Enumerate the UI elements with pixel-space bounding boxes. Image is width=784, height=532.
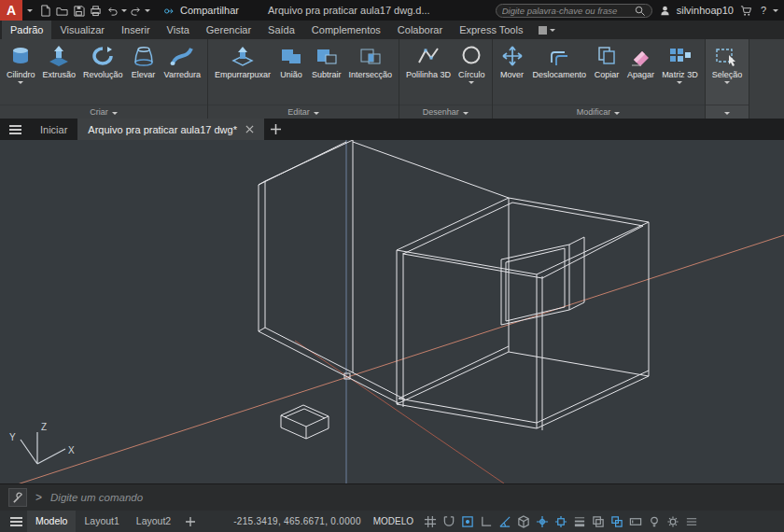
- undo-caret-icon[interactable]: [121, 9, 127, 12]
- ribbon-tab-bar: Padrão Visualizar Inserir Vista Gerencia…: [0, 21, 784, 39]
- panel-title-desenhar[interactable]: Desenhar: [399, 105, 492, 119]
- array3d-button[interactable]: Matriz 3D: [658, 43, 702, 85]
- panel-title-modificar[interactable]: Modificar: [493, 105, 705, 119]
- app-store-cart-icon[interactable]: [738, 3, 754, 19]
- offset-icon: [546, 44, 572, 68]
- command-line[interactable]: > Digite um comando: [0, 483, 784, 511]
- help-icon[interactable]: ?: [759, 5, 768, 16]
- file-tab-iniciar[interactable]: Iniciar: [30, 119, 77, 140]
- sweep-button[interactable]: Varredura: [161, 43, 204, 80]
- ribbon-tab-express-tools[interactable]: Express Tools: [451, 21, 531, 39]
- ribbon-tab-inserir[interactable]: Inserir: [113, 21, 159, 39]
- panel-criar-caret-icon: [112, 112, 118, 115]
- revolve-button[interactable]: Revolução: [79, 43, 127, 80]
- ribbon-tab-saida[interactable]: Saída: [259, 21, 303, 39]
- plus-icon: [271, 124, 281, 134]
- subtract-button[interactable]: Subtrair: [308, 43, 345, 80]
- new-file-icon[interactable]: [37, 3, 53, 19]
- ribbon-tab-colaborar[interactable]: Colaborar: [389, 21, 451, 39]
- app-menu-caret-icon[interactable]: [27, 9, 33, 12]
- object-snap-icon[interactable]: [552, 512, 570, 531]
- object-snap-tracking-icon[interactable]: [533, 512, 552, 531]
- command-customize-button[interactable]: [8, 488, 27, 507]
- circle-button[interactable]: Círculo: [455, 43, 489, 85]
- ribbon: Cilindro Extrusão Revolução Elevar: [0, 39, 784, 119]
- isodraft-icon[interactable]: [514, 512, 533, 531]
- close-tab-icon[interactable]: [245, 124, 254, 135]
- ribbon-clipped-panel: [749, 39, 784, 119]
- erase-button[interactable]: Apagar: [623, 43, 658, 80]
- redo-caret-icon[interactable]: [145, 9, 150, 12]
- ucs-x-label: X: [68, 445, 75, 455]
- save-icon[interactable]: [71, 3, 87, 19]
- layout-menu-button[interactable]: [5, 515, 27, 528]
- layout-tab-modelo[interactable]: Modelo: [27, 511, 76, 532]
- cylinder-button[interactable]: Cilindro: [3, 43, 39, 85]
- copy-button[interactable]: Copiar: [590, 43, 623, 80]
- autocad-logo[interactable]: A: [0, 0, 22, 21]
- search-input[interactable]: Digite palavra-chave ou frase: [496, 4, 652, 18]
- model-space-viewport[interactable]: Y Z X: [0, 140, 784, 483]
- grid-icon[interactable]: [421, 512, 440, 531]
- selection-cycling-icon[interactable]: [608, 512, 626, 531]
- ribbon-panel-editar: Empurrarpuxar União Subtrair Intersecção…: [208, 39, 399, 119]
- transparency-icon[interactable]: [589, 512, 608, 531]
- lineweight-icon[interactable]: [570, 512, 589, 531]
- panel-title-criar[interactable]: Criar: [0, 105, 207, 119]
- autocad-window: A Compartilhar Arquivo pra praticar aula…: [0, 0, 784, 532]
- model-paper-toggle[interactable]: MODELO: [373, 516, 413, 526]
- offset-button[interactable]: Deslocamento: [529, 43, 591, 80]
- new-layout-button[interactable]: [179, 517, 202, 526]
- union-button[interactable]: União: [274, 43, 308, 80]
- ribbon-tab-visualizar[interactable]: Visualizar: [51, 21, 113, 39]
- ribbon-tab-vista[interactable]: Vista: [159, 21, 198, 39]
- infer-constraints-icon[interactable]: [458, 512, 477, 531]
- snap-icon[interactable]: [440, 512, 458, 531]
- polyline3d-button[interactable]: Polilinha 3D: [402, 43, 455, 80]
- panel-modificar-caret-icon: [614, 112, 620, 115]
- file-tabs-menu-button[interactable]: [0, 119, 30, 140]
- circle-caret-icon[interactable]: [469, 81, 474, 84]
- plot-icon[interactable]: [88, 3, 104, 19]
- help-caret-icon[interactable]: [773, 9, 778, 12]
- selection-caret-icon[interactable]: [724, 81, 730, 84]
- account-menu[interactable]: silvinhoap10: [657, 3, 734, 19]
- layout-tab-layout1[interactable]: Layout1: [76, 511, 127, 532]
- file-tab-active-drawing[interactable]: Arquivo pra praticar aula17 dwg*: [77, 119, 264, 140]
- array3d-caret-icon[interactable]: [677, 81, 682, 84]
- polar-tracking-icon[interactable]: [496, 512, 514, 531]
- ucs-y-label: Y: [9, 432, 16, 442]
- command-prompt-symbol: >: [35, 491, 42, 504]
- selection-button[interactable]: Seleção: [708, 43, 747, 85]
- dynamic-input-icon[interactable]: [626, 512, 645, 531]
- customization-icon[interactable]: [682, 512, 701, 531]
- redo-icon[interactable]: [128, 3, 144, 19]
- intersect-button[interactable]: Intersecção: [344, 43, 396, 80]
- new-drawing-tab-button[interactable]: [264, 119, 288, 140]
- ribbon-tab-complementos[interactable]: Complementos: [303, 21, 389, 39]
- wrench-icon: [12, 492, 24, 504]
- layout-tab-layout2[interactable]: Layout2: [128, 511, 179, 532]
- annotation-visibility-icon[interactable]: [645, 512, 664, 531]
- array3d-icon: [666, 44, 693, 68]
- ribbon-tab-padrao[interactable]: Padrão: [2, 21, 51, 39]
- command-input-placeholder[interactable]: Digite um comando: [50, 492, 143, 503]
- share-button[interactable]: Compartilhar: [161, 3, 239, 19]
- ribbon-tab-gerenciar[interactable]: Gerenciar: [198, 21, 259, 39]
- panel-title-editar[interactable]: Editar: [208, 105, 399, 119]
- ribbon-panel-selecao: Seleção: [706, 39, 750, 119]
- move-button[interactable]: Mover: [496, 43, 529, 80]
- panel-desenhar-caret-icon: [463, 112, 469, 115]
- panel-title-selecao[interactable]: [706, 105, 749, 119]
- undo-icon[interactable]: [105, 3, 120, 19]
- workspace-gear-icon[interactable]: [664, 512, 682, 531]
- ribbon-display-toggle[interactable]: [531, 21, 563, 39]
- loft-button[interactable]: Elevar: [127, 43, 161, 80]
- ortho-icon[interactable]: [477, 512, 496, 531]
- hamburger-icon: [9, 123, 21, 136]
- open-folder-icon[interactable]: [54, 3, 70, 19]
- cylinder-caret-icon[interactable]: [18, 81, 23, 84]
- search-icon[interactable]: [634, 5, 646, 17]
- presspull-button[interactable]: Empurrarpuxar: [211, 43, 274, 80]
- extrude-button[interactable]: Extrusão: [39, 43, 80, 80]
